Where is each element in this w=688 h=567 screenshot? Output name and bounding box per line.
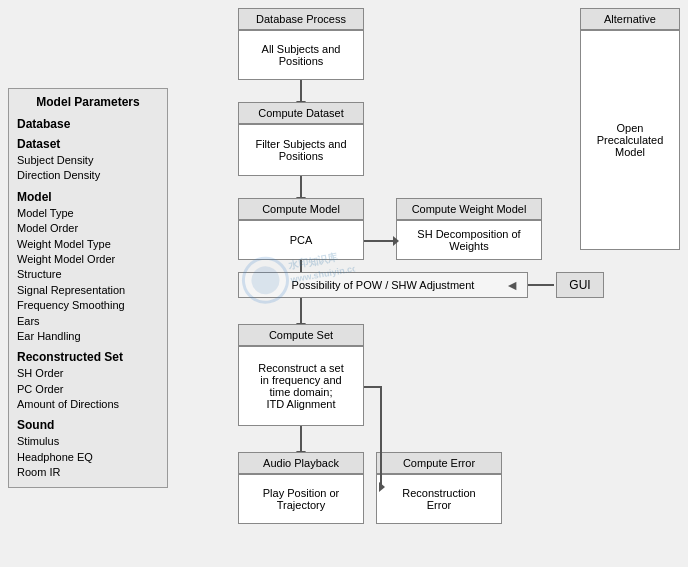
- arrow-dataset-to-model: [300, 176, 302, 198]
- alternative-content: OpenPrecalculatedModel: [580, 30, 680, 250]
- audio-playback-content: Play Position orTrajectory: [238, 474, 364, 524]
- compute-dataset-text: Filter Subjects andPositions: [255, 138, 346, 162]
- param-frequency-smoothing: Frequency Smoothing: [17, 298, 159, 313]
- compute-error-header: Compute Error: [376, 452, 502, 474]
- arrow-pow-to-gui: [528, 284, 554, 286]
- section-sound: Sound: [17, 418, 159, 432]
- param-sh-order: SH Order: [17, 366, 159, 381]
- compute-set-header: Compute Set: [238, 324, 364, 346]
- compute-error-content: ReconstructionError: [376, 474, 502, 524]
- compute-set-content: Reconstruct a setin frequency andtime do…: [238, 346, 364, 426]
- pow-box: Possibility of POW / SHW Adjustment ◄: [238, 272, 528, 298]
- compute-model-header: Compute Model: [238, 198, 364, 220]
- left-panel: Model Parameters Database Dataset Subjec…: [8, 88, 168, 488]
- audio-playback-text: Play Position orTrajectory: [263, 487, 339, 511]
- param-ear-handling: Ear Handling: [17, 329, 159, 344]
- left-panel-title: Model Parameters: [17, 95, 159, 109]
- arrow-model-to-weight: [364, 240, 394, 242]
- param-pc-order: PC Order: [17, 382, 159, 397]
- param-structure: Structure: [17, 267, 159, 282]
- compute-weight-text: SH Decomposition ofWeights: [417, 228, 520, 252]
- param-direction-density: Direction Density: [17, 168, 159, 183]
- section-database: Database: [17, 117, 159, 131]
- param-model-order: Model Order: [17, 221, 159, 236]
- arrow-set-to-error: [364, 386, 380, 388]
- compute-model-text: PCA: [290, 234, 313, 246]
- compute-error-text: ReconstructionError: [402, 487, 475, 511]
- arrow-db-to-dataset: [300, 80, 302, 102]
- param-stimulus: Stimulus: [17, 434, 159, 449]
- param-ears: Ears: [17, 314, 159, 329]
- section-model: Model: [17, 190, 159, 204]
- section-reconstructed-set: Reconstructed Set: [17, 350, 159, 364]
- param-subject-density: Subject Density: [17, 153, 159, 168]
- param-signal-representation: Signal Representation: [17, 283, 159, 298]
- compute-set-text: Reconstruct a setin frequency andtime do…: [258, 362, 344, 410]
- pow-arrow-icon: ◄: [505, 277, 519, 293]
- compute-dataset-header: Compute Dataset: [238, 102, 364, 124]
- arrow-set-to-audio: [300, 426, 302, 452]
- section-dataset: Dataset: [17, 137, 159, 151]
- param-model-type: Model Type: [17, 206, 159, 221]
- compute-weight-model-content: SH Decomposition ofWeights: [396, 220, 542, 260]
- compute-dataset-content: Filter Subjects andPositions: [238, 124, 364, 176]
- compute-weight-model-header: Compute Weight Model: [396, 198, 542, 220]
- compute-model-content: PCA: [238, 220, 364, 260]
- audio-playback-header: Audio Playback: [238, 452, 364, 474]
- param-amount-directions: Amount of Directions: [17, 397, 159, 412]
- param-room-ir: Room IR: [17, 465, 159, 480]
- pow-text: Possibility of POW / SHW Adjustment: [292, 279, 475, 291]
- db-process-header: Database Process: [238, 8, 364, 30]
- db-process-text: All Subjects andPositions: [262, 43, 341, 67]
- alternative-text: OpenPrecalculatedModel: [597, 122, 664, 158]
- db-process-content: All Subjects andPositions: [238, 30, 364, 80]
- arrow-v-to-error: [380, 386, 382, 487]
- param-weight-model-type: Weight Model Type: [17, 237, 159, 252]
- param-weight-model-order: Weight Model Order: [17, 252, 159, 267]
- alternative-header: Alternative: [580, 8, 680, 30]
- param-headphone-eq: Headphone EQ: [17, 450, 159, 465]
- gui-button[interactable]: GUI: [556, 272, 604, 298]
- arrow-pow-to-set: [300, 298, 302, 324]
